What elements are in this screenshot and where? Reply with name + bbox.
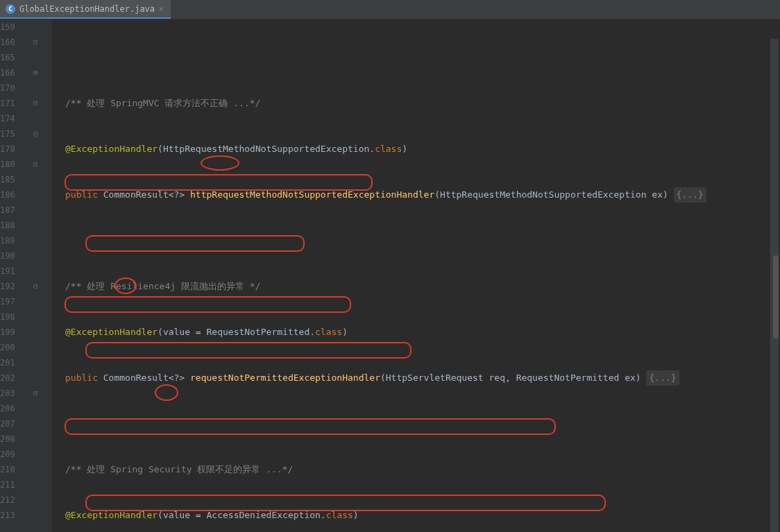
tab-filename: GlobalExceptionHandler.java [19,4,155,14]
line-number: 200 [0,340,26,355]
fold-mark[interactable] [33,248,52,264]
scrollbar-thumb[interactable] [773,255,779,338]
line-number: 191 [0,264,26,279]
line-number: 209 [0,447,26,462]
line-number: 198 [0,309,26,325]
line-number: 180 [0,157,26,172]
line-number: 186 [0,187,26,203]
line-number: 201 [0,355,26,370]
fold-mark[interactable] [33,416,52,431]
line-number: 188 [0,218,26,233]
line-number-gutter: 159 160 165 166 170 171 174 175 179 180 … [0,19,33,532]
fold-mark[interactable] [33,431,52,447]
fold-mark[interactable] [33,325,52,340]
editor-tab[interactable]: C GlobalExceptionHandler.java ✕ [0,0,171,19]
code-line: @ExceptionHandler(value = RequestNotPerm… [65,325,780,340]
line-number: 192 [0,279,26,294]
line-number: 206 [0,401,26,416]
line-number: 197 [0,294,26,309]
fold-mark[interactable] [33,141,52,157]
line-number: 213 [0,508,26,523]
line-number: 189 [0,233,26,248]
code-line [65,233,780,248]
fold-placeholder[interactable]: {...} [646,370,679,386]
line-number: 202 [0,370,26,386]
fold-mark[interactable] [33,233,52,248]
fold-mark[interactable] [33,401,52,416]
line-number: 165 [0,50,26,65]
line-number: 203 [0,386,26,401]
line-number: 159 [0,19,26,35]
fold-mark[interactable] [33,462,52,477]
line-number: 171 [0,96,26,111]
fold-mark[interactable] [33,508,52,523]
fold-mark[interactable] [33,309,52,325]
fold-mark[interactable] [33,492,52,508]
line-number: 160 [0,35,26,50]
line-number: 179 [0,141,26,157]
fold-mark[interactable] [33,370,52,386]
line-number: 166 [0,65,26,80]
fold-mark[interactable] [33,19,52,35]
fold-mark[interactable] [33,355,52,370]
fold-mark[interactable]: ⊟ [33,96,52,111]
fold-mark[interactable] [33,340,52,355]
fold-mark[interactable]: ⊟ [33,279,52,294]
line-number: 170 [0,80,26,96]
fold-mark[interactable] [33,203,52,218]
fold-mark[interactable] [33,50,52,65]
code-line: public CommonResult<?> httpRequestMethod… [65,187,780,203]
close-icon[interactable]: ✕ [159,4,164,13]
line-number: 199 [0,325,26,340]
code-line [65,50,780,65]
tab-bar: C GlobalExceptionHandler.java ✕ [0,0,780,19]
fold-mark[interactable] [33,447,52,462]
fold-mark[interactable] [33,264,52,279]
fold-mark[interactable] [33,218,52,233]
fold-gutter: ⊟ ⊞ ⊟ @ ⊟ ⊟ ⊟ [33,19,53,532]
code-editor[interactable]: 159 160 165 166 170 171 174 175 179 180 … [0,19,780,532]
code-line [65,416,780,431]
fold-mark[interactable] [33,111,52,126]
code-line: /** 处理 Resilience4j 限流抛出的异常 */ [65,279,780,294]
line-number: 207 [0,416,26,431]
code-line: /** 处理 Spring Security 权限不足的异常 ...*/ [65,462,780,477]
code-line: /** 处理 SpringMVC 请求方法不正确 ...*/ [65,96,780,111]
fold-mark[interactable]: ⊟ [33,386,52,401]
code-line: @ExceptionHandler(HttpRequestMethodNotSu… [65,141,780,157]
code-line: @ExceptionHandler(value = AccessDeniedEx… [65,508,780,523]
fold-mark[interactable]: ⊟ [33,157,52,172]
fold-mark[interactable] [33,294,52,309]
fold-mark[interactable] [33,80,52,96]
line-number: 210 [0,462,26,477]
java-class-icon: C [6,4,15,14]
fold-mark[interactable] [33,172,52,187]
line-number: 190 [0,248,26,264]
fold-mark[interactable] [33,477,52,492]
line-number: 211 [0,477,26,492]
fold-mark[interactable]: ⊟ [33,35,52,50]
fold-placeholder[interactable]: {...} [674,187,706,203]
code-area[interactable]: /** 处理 SpringMVC 请求方法不正确 ...*/ @Exceptio… [53,19,780,532]
override-mark[interactable]: @ [33,126,52,141]
line-number: 208 [0,431,26,447]
line-number: 185 [0,172,26,187]
line-number: 212 [0,492,26,508]
line-number: 187 [0,203,26,218]
fold-mark[interactable]: ⊞ [33,65,52,80]
fold-mark[interactable] [33,187,52,203]
line-number: 174 [0,111,26,126]
line-number: 175 [0,126,26,141]
code-line: public CommonResult<?> requestNotPermitt… [65,370,780,386]
